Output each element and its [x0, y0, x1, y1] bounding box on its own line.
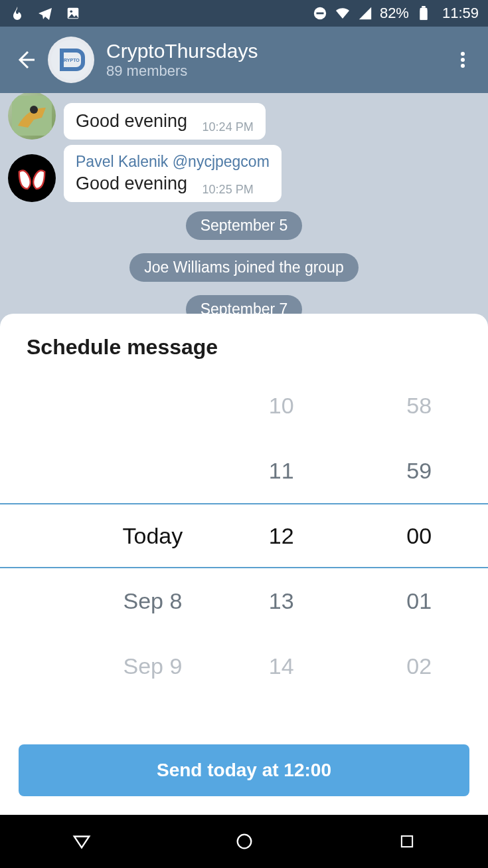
app-bar: CRYPTO CryptoThursdays 89 members — [0, 27, 488, 93]
picker-item[interactable]: 02 — [350, 633, 488, 699]
message-bubble[interactable]: Pavel Kalenik @nycjpegcom Good evening 1… — [64, 145, 282, 202]
battery-icon — [416, 5, 432, 21]
svg-rect-5 — [422, 6, 426, 8]
sender-avatar[interactable] — [8, 93, 56, 140]
sheet-title: Schedule message — [0, 335, 488, 373]
tinder-icon — [9, 5, 25, 21]
hour-picker[interactable]: 10 11 12 13 14 — [212, 373, 351, 731]
back-button[interactable] — [9, 44, 41, 76]
message-row[interactable]: Pavel Kalenik @nycjpegcom Good evening 1… — [0, 142, 488, 205]
dnd-icon — [312, 5, 328, 21]
svg-rect-13 — [401, 836, 412, 847]
picker-item[interactable]: 00 — [350, 503, 488, 568]
message-text: Good evening — [76, 111, 187, 131]
image-icon — [65, 5, 81, 21]
picker-item[interactable]: 10 — [212, 373, 351, 438]
picker-item[interactable]: 01 — [350, 568, 488, 633]
more-menu-button[interactable] — [447, 44, 479, 76]
message-time: 10:25 PM — [203, 183, 254, 196]
picker-item[interactable]: 14 — [212, 633, 351, 699]
nav-recents-button[interactable] — [380, 825, 434, 858]
clock-text: 11:59 — [442, 5, 479, 22]
send-scheduled-button[interactable]: Send today at 12:00 — [19, 744, 469, 796]
message-text: Good evening — [76, 173, 187, 193]
svg-rect-11 — [11, 157, 53, 199]
chat-avatar[interactable]: CRYPTO — [48, 37, 94, 83]
chat-title-block[interactable]: CryptoThursdays 89 members — [106, 40, 258, 80]
wifi-icon — [335, 5, 351, 21]
message-sender: Pavel Kalenik @nycjpegcom — [76, 153, 270, 171]
message-row[interactable]: Good evening 10:24 PM — [0, 93, 488, 142]
day-picker[interactable]: Today Sep 8 Sep 9 — [0, 373, 212, 731]
android-nav-bar — [0, 815, 488, 868]
chat-title: CryptoThursdays — [106, 40, 258, 62]
picker-item[interactable]: 59 — [350, 438, 488, 503]
picker-item[interactable]: Today — [33, 503, 212, 568]
picker-item[interactable]: 13 — [212, 568, 351, 633]
picker-item[interactable]: Sep 9 — [33, 633, 212, 699]
svg-rect-6 — [420, 10, 427, 20]
telegram-icon — [37, 5, 53, 21]
svg-point-10 — [30, 106, 38, 114]
nav-back-button[interactable] — [55, 825, 108, 858]
svg-text:CRYPTO: CRYPTO — [60, 58, 80, 62]
picker-item[interactable]: 58 — [350, 373, 488, 438]
picker-item[interactable]: 12 — [212, 503, 351, 568]
picker-item[interactable] — [33, 438, 212, 503]
message-time: 10:24 PM — [203, 120, 254, 134]
signal-icon — [357, 5, 373, 21]
picker-item[interactable] — [33, 373, 212, 438]
picker-item[interactable]: 11 — [212, 438, 351, 503]
date-separator: September 5 — [186, 211, 303, 240]
status-bar: 82% 11:59 — [0, 0, 488, 27]
svg-point-12 — [237, 835, 251, 849]
svg-point-1 — [70, 10, 72, 13]
minute-picker[interactable]: 58 59 00 01 02 — [350, 373, 488, 731]
sender-avatar[interactable] — [8, 154, 56, 202]
picker-item[interactable]: Sep 8 — [33, 568, 212, 633]
schedule-sheet: Schedule message Today Sep 8 Sep 9 10 11… — [0, 314, 488, 815]
system-message: Joe Williams joined the group — [129, 253, 358, 282]
battery-percent: 82% — [380, 5, 409, 22]
chat-subtitle: 89 members — [106, 62, 258, 80]
message-bubble[interactable]: Good evening 10:24 PM — [64, 103, 266, 140]
nav-home-button[interactable] — [218, 825, 271, 858]
svg-rect-3 — [316, 13, 323, 15]
